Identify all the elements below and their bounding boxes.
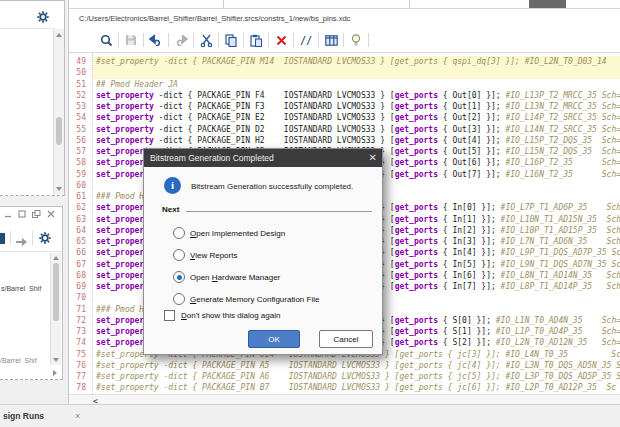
line-number: 72	[69, 315, 96, 326]
gear-icon[interactable]	[38, 231, 52, 249]
minimize-icon[interactable]	[4, 210, 12, 218]
run-arrow-icon[interactable]	[15, 233, 28, 251]
delete-icon[interactable]	[274, 33, 288, 47]
line-text: set_property -dict { PACKAGE_PIN H2 IOST…	[96, 135, 620, 146]
line-number: 74	[69, 337, 96, 348]
radio-option[interactable]: View Reports	[144, 244, 382, 266]
file-path-bar: C:/Users/Electronics/Barrel_Shifter/Barr…	[69, 9, 620, 28]
line-text: set_property -dict { PACKAGE_PIN D2 IOST…	[96, 124, 620, 135]
line-number: 55	[69, 124, 96, 135]
close-icon[interactable]	[47, 210, 55, 218]
radio-label: Open Hardware Manager	[190, 273, 280, 282]
bitstream-dialog: Bitstream Generation Completed ✕ i Bitst…	[143, 148, 383, 355]
light-bulb-icon[interactable]	[349, 33, 363, 47]
radio-button[interactable]	[173, 293, 185, 305]
divider	[10, 231, 11, 245]
scroll-down-icon[interactable]	[56, 187, 62, 191]
line-text: #set_property -dict { PACKAGE_PIN A6 IOS…	[96, 371, 620, 382]
radio-label: Generate Memory Configuration File	[190, 295, 319, 304]
line-text: #set_property -dict { PACKAGE_PIN A5 IOS…	[96, 360, 620, 371]
code-line: 50	[69, 67, 620, 78]
redo-icon[interactable]	[174, 33, 188, 47]
line-number: 66	[69, 247, 96, 258]
line-text: ## Pmod Header JA	[96, 79, 178, 90]
vertical-scrollbar[interactable]	[53, 29, 64, 195]
toolbar-separator	[343, 33, 344, 47]
vertical-scrollbar[interactable]	[50, 253, 61, 365]
scroll-left-icon[interactable]: <	[93, 397, 98, 404]
line-number: 53	[69, 101, 96, 112]
scrollbar-thumb[interactable]	[56, 117, 62, 145]
line-number: 61	[69, 191, 96, 202]
line-number: 77	[69, 371, 96, 382]
line-number: 59	[69, 169, 96, 180]
tab-design-runs[interactable]: sign Runs	[3, 405, 44, 427]
toolbar-separator	[293, 33, 294, 47]
line-number: 76	[69, 360, 96, 371]
line-number: 52	[69, 90, 96, 101]
scroll-down-icon[interactable]	[53, 358, 59, 362]
checkbox[interactable]	[164, 310, 175, 321]
line-number: 69	[69, 281, 96, 292]
line-number: 58	[69, 157, 96, 168]
radio-option[interactable]: Generate Memory Configuration File	[144, 288, 382, 310]
editor-toolbar: //	[69, 28, 620, 53]
line-number: 71	[69, 304, 96, 315]
tab-divider	[223, 0, 224, 8]
scroll-up-icon[interactable]	[53, 256, 59, 260]
dialog-options: Open Implemented DesignView ReportsOpen …	[144, 222, 382, 310]
line-number: 51	[69, 79, 96, 90]
line-number: 62	[69, 202, 96, 213]
toolbar-separator	[143, 33, 144, 47]
toolbar-separator	[243, 33, 244, 47]
line-number: 65	[69, 236, 96, 247]
dont-show-again-row[interactable]: Don't show this dialog again	[164, 309, 280, 322]
radio-button[interactable]	[173, 271, 185, 283]
dialog-close-icon[interactable]: ✕	[369, 149, 377, 167]
columns-icon[interactable]	[324, 33, 338, 47]
save-icon[interactable]	[124, 33, 138, 47]
file-path: C:/Users/Electronics/Barrel_Shifter/Barr…	[79, 9, 350, 28]
radio-label: View Reports	[190, 251, 237, 260]
toolbar-separator	[268, 33, 269, 47]
gear-icon[interactable]	[36, 10, 50, 28]
dialog-message: Bitstream Generation successfully comple…	[191, 182, 353, 191]
toolbar-separator	[118, 33, 119, 47]
copy-icon[interactable]	[224, 33, 238, 47]
divider	[32, 231, 33, 245]
code-line: 78#set_property -dict { PACKAGE_PIN B7 I…	[69, 382, 620, 393]
code-line: 51## Pmod Header JA	[69, 79, 620, 90]
radio-option[interactable]: Open Implemented Design	[144, 222, 382, 244]
line-number: 54	[69, 112, 96, 123]
line-number: 68	[69, 270, 96, 281]
line-number: 70	[69, 292, 96, 303]
toolbar-separator	[193, 33, 194, 47]
ok-button[interactable]: OK	[248, 330, 300, 348]
float-icon[interactable]	[32, 210, 41, 218]
code-line: 76#set_property -dict { PACKAGE_PIN A5 I…	[69, 360, 620, 371]
horizontal-scrollbar[interactable]: <	[69, 394, 620, 404]
code-line: 52set_property -dict { PACKAGE_PIN F4 IO…	[69, 90, 620, 101]
maximize-icon[interactable]	[18, 210, 26, 218]
partial-tab[interactable]	[529, 0, 566, 8]
line-text: set_property -dict { PACKAGE_PIN F3 IOST…	[96, 101, 620, 112]
radio-button[interactable]	[173, 227, 185, 239]
radio-button[interactable]	[173, 249, 185, 261]
close-icon[interactable]: ×	[75, 405, 80, 427]
toggle-comment-icon[interactable]: //	[299, 33, 313, 47]
search-icon[interactable]	[99, 33, 113, 47]
radio-option[interactable]: Open Hardware Manager	[144, 266, 382, 288]
scroll-up-icon[interactable]	[56, 33, 62, 37]
paste-icon[interactable]	[249, 33, 263, 47]
code-line: 77#set_property -dict { PACKAGE_PIN A6 I…	[69, 371, 620, 382]
dialog-title[interactable]: Bitstream Generation Completed	[144, 149, 382, 167]
code-line: 56set_property -dict { PACKAGE_PIN H2 IO…	[69, 135, 620, 146]
toolbar-separator	[218, 33, 219, 47]
cancel-button[interactable]: Cancel	[319, 330, 373, 348]
cut-icon[interactable]	[199, 33, 213, 47]
undo-icon[interactable]	[149, 33, 163, 47]
scrollbar-thumb[interactable]	[53, 263, 59, 321]
scroll-right-icon[interactable]	[53, 370, 57, 376]
partial-icon[interactable]	[0, 233, 5, 244]
line-number: 60	[69, 180, 96, 191]
